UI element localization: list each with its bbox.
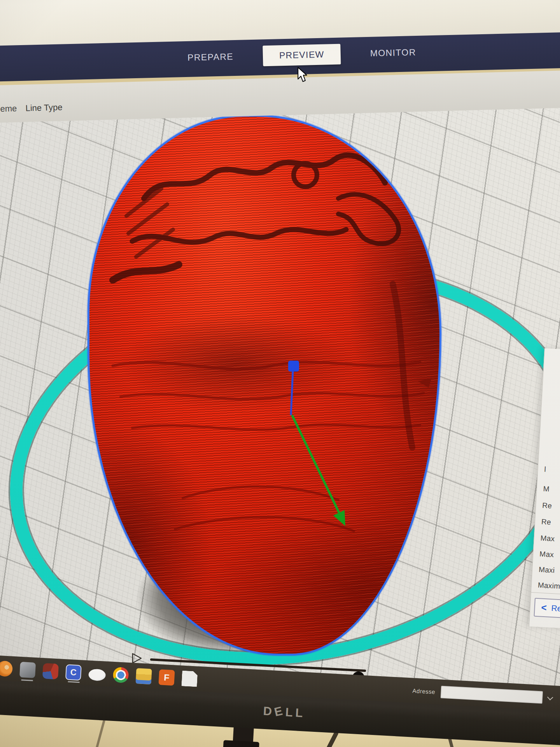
dell-logo: D E L L [263,704,304,721]
blender-icon[interactable] [0,661,13,677]
chrome-icon[interactable] [113,667,129,683]
setting-label: Re [542,501,552,510]
monitor-stand-base [222,740,259,747]
color-scheme-dropdown[interactable]: Line Type [25,102,63,113]
z-axis-line [291,372,293,415]
recommended-button[interactable]: < Rec [534,598,560,620]
chevron-down-icon[interactable] [547,694,553,700]
dell-letter: L [285,705,294,720]
tab-monitor[interactable]: MONITOR [361,42,425,63]
f-app-icon[interactable]: F [159,669,175,686]
setting-label: Max [539,550,554,559]
tab-preview[interactable]: PREVIEW [262,44,341,67]
chevron-left-icon: < [541,602,547,614]
setting-label: Re [541,517,551,526]
cable-shadow [86,720,105,747]
tab-prepare[interactable]: PREPARE [178,47,242,68]
color-scheme-label: eme [0,103,17,114]
gray-app-icon[interactable] [19,662,36,678]
dell-letter: D [263,704,273,719]
setting-label: l [544,465,546,473]
dell-letter-tilted: E [273,704,285,719]
recommended-label: Rec [551,603,560,614]
dell-letter: L [295,706,304,720]
cable-shadow [294,730,339,747]
address-toolbar: Adresse [412,684,553,704]
file-explorer-icon[interactable] [136,668,152,684]
setting-label: M [543,484,550,493]
address-label: Adresse [412,687,435,695]
green-axis-line [292,415,339,513]
stage-tabs: PREPARE PREVIEW MONITOR [178,42,425,68]
setting-label: Maxim [537,581,560,591]
panel-divider [531,592,560,596]
axis-widget[interactable] [270,352,356,531]
address-input[interactable] [440,686,542,704]
mouse-cursor-icon [296,67,310,82]
hex-app-icon[interactable] [42,663,59,679]
setting-label: Max [540,534,555,543]
setting-label: Maxi [539,565,555,575]
oval-app-icon[interactable] [88,668,106,681]
document-icon[interactable] [181,670,198,687]
axis-handle[interactable] [288,361,299,372]
photo-of-monitor: l M Re Re Max Max Maxi Maxim < Rec eme L… [0,0,560,747]
red-marker [418,378,432,388]
cura-icon[interactable]: C [65,664,82,680]
